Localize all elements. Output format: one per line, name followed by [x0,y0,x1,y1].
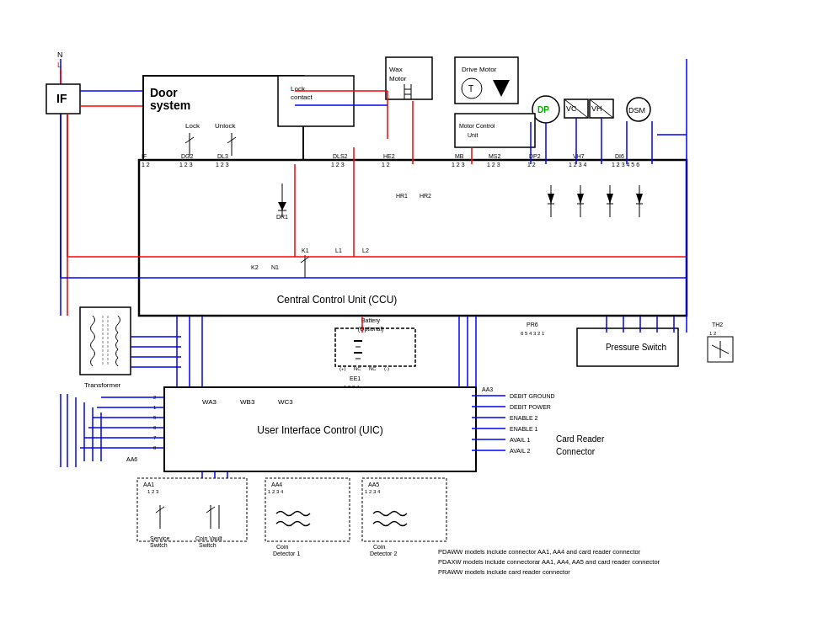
transformer-label: Transformer [84,381,121,389]
vh-label: VH [591,104,602,113]
enable2-label: ENABLE 2 [510,415,538,421]
enable1-label: ENABLE 1 [510,426,538,432]
vh7-label: VH7 [573,153,585,159]
battery-label: Battery [361,317,381,324]
svg-rect-11 [278,76,354,126]
svg-text:Unit: Unit [468,132,478,138]
dl3-label: DL3 [217,153,228,159]
ms2-label: MS2 [489,153,501,159]
svg-rect-79 [80,307,131,375]
svg-text:Detector 2: Detector 2 [370,551,397,556]
svg-text:(+): (+) [339,366,346,371]
avail1-label: AVAIL 1 [510,437,530,443]
ee1-label: EE1 [350,375,361,381]
vc-label: VC [566,104,577,113]
wb3-label: WB3 [240,398,255,406]
pressure-switch-label: Pressure Switch [606,343,666,352]
aa1-label: AA1 [143,482,154,487]
aa3-label: AA3 [482,386,493,392]
svg-rect-122 [265,478,350,541]
card-reader-connector-label: Card Reader [556,434,605,444]
svg-text:1 2 3 4: 1 2 3 4 [569,162,587,168]
hr2-label: HR2 [420,193,431,199]
svg-rect-86 [335,328,415,366]
unlock-label: Unlock [215,122,236,130]
wc3-label: WC3 [278,398,293,406]
l2-label: L2 [362,247,369,253]
avail2-label: AVAIL 2 [510,448,530,454]
dls2-label: DLS2 [333,153,348,159]
n-label: N [57,51,63,59]
mb-label: MB [455,153,464,159]
motor-control-label: Motor Control [459,123,495,129]
th2-label: TH2 [712,322,723,327]
svg-text:NC: NC [369,366,377,371]
svg-text:1  2: 1 2 [527,162,536,168]
svg-text:1  2  3: 1 2 3 [487,162,500,168]
service-switch-label: Service [150,535,169,541]
dg2-label: DG2 [181,153,194,159]
door-system-label: Door [150,86,178,99]
coin-detector1-label: Coin [276,544,289,550]
svg-text:(-): (-) [384,366,389,371]
debit-power-label: DEBIT POWER [510,404,551,410]
svg-text:contact: contact [291,93,313,101]
svg-text:Switch: Switch [199,542,217,548]
svg-text:1  2  3: 1 2 3 [147,489,159,494]
dp-label: DP [537,105,549,114]
svg-text:system: system [150,98,190,112]
n1-label: N1 [271,264,279,270]
svg-text:1  2: 1 2 [709,331,717,336]
hr1-label: HR1 [396,193,408,199]
svg-text:Detector 1: Detector 1 [273,551,300,556]
l1-label: L1 [335,247,342,253]
aa4-label: AA4 [271,482,282,487]
he2-label: HE2 [383,153,395,159]
svg-text:(Optional): (Optional) [358,326,384,333]
wax-motor-label: Wax [389,66,403,73]
di6-label: DI6 [615,153,624,159]
svg-text:1  2  3  4: 1 2 3 4 [365,489,381,494]
k2-label: K2 [251,264,259,270]
dsm-label: DSM [628,106,645,114]
svg-rect-111 [137,478,247,541]
pr6-label: PR6 [527,322,538,327]
lock-label: Lock [185,122,200,130]
note1: PDAWW models include connector AA1, AA4 … [438,548,641,556]
svg-text:6 5 4 3 2 1: 6 5 4 3 2 1 [521,331,545,336]
diagram-container: N L IF Door system Lock contact Lock Unl… [0,0,834,644]
coin-detector2-label: Coin [373,544,386,550]
k1-label: K1 [302,247,309,253]
svg-text:1  2  3  4: 1 2 3 4 [268,489,284,494]
svg-text:Motor: Motor [389,75,407,82]
debit-ground-label: DEBIT GROUND [510,393,555,399]
svg-text:T: T [468,84,473,93]
uic-label: User Interface Control (UIC) [257,424,382,436]
wa3-label: WA3 [202,398,217,406]
svg-text:1  2  3: 1 2 3 [452,162,465,168]
svg-text:1  2  3: 1 2 3 [331,162,345,168]
svg-text:Connector: Connector [556,447,596,456]
ccu-label: Central Control Unit (CCU) [277,294,398,306]
svg-text:NC: NC [354,366,361,371]
aa5-label: AA5 [368,482,379,487]
svg-rect-125 [362,478,446,541]
svg-text:1  2  3: 1 2 3 [216,162,229,168]
svg-text:1  2: 1 2 [382,162,390,168]
svg-rect-37 [139,160,687,316]
note3: PRAWW models include card reader connect… [438,568,570,576]
svg-text:1 2 3 4 5 6: 1 2 3 4 5 6 [612,162,639,168]
note2: PDAXW models include connectorar AA1, AA… [438,558,660,566]
if-box-label: IF [56,92,67,105]
svg-text:1  2  3: 1 2 3 [179,162,193,168]
svg-rect-35 [455,114,535,147]
drive-motor-label: Drive Motor [462,66,497,73]
aa6-label: AA6 [126,456,137,462]
svg-text:1  2: 1 2 [142,162,150,168]
coin-vault-switch-label: Coin Vault [195,535,222,541]
svg-text:Switch: Switch [150,542,168,548]
if-connector: IF [142,153,147,159]
